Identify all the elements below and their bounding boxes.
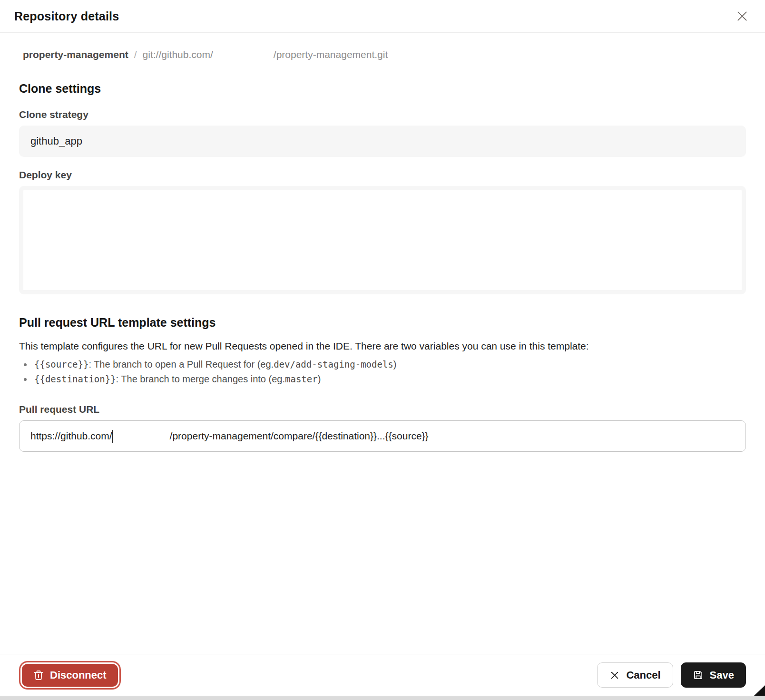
bullet-icon xyxy=(24,378,27,381)
disconnect-button[interactable]: Disconnect xyxy=(22,664,118,687)
modal-body: property-management / git://github.com/ … xyxy=(0,33,765,654)
pull-request-url-label: Pull request URL xyxy=(19,403,746,416)
variable-example-code: dev/add-staging-models xyxy=(274,357,393,372)
modal-title: Repository details xyxy=(14,10,119,23)
variable-code: {{destination}} xyxy=(34,372,116,387)
pull-request-url-input[interactable]: https://github.com//property-management/… xyxy=(19,420,746,452)
save-icon xyxy=(693,670,704,681)
variable-text: : The branch to open a Pull Request for … xyxy=(88,357,274,372)
pr-template-heading: Pull request URL template settings xyxy=(19,314,746,331)
save-label: Save xyxy=(710,669,734,681)
variable-text-end: ) xyxy=(318,372,321,387)
disconnect-label: Disconnect xyxy=(50,669,107,681)
breadcrumb-url-prefix: git://github.com/ xyxy=(143,49,213,60)
cancel-button[interactable]: Cancel xyxy=(597,662,673,688)
clone-settings-heading: Clone settings xyxy=(19,80,746,97)
deploy-key-label: Deploy key xyxy=(19,168,746,182)
url-value-prefix: https://github.com/ xyxy=(30,430,112,442)
text-cursor xyxy=(112,430,113,443)
list-item: {{destination}}: The branch to merge cha… xyxy=(19,372,746,387)
list-item: {{source}}: The branch to open a Pull Re… xyxy=(19,357,746,372)
page-bottom-edge xyxy=(0,696,765,700)
breadcrumb-url-suffix: /property-management.git xyxy=(274,49,388,60)
modal-footer: Disconnect Cancel Save xyxy=(0,654,765,696)
deploy-key-textarea[interactable] xyxy=(19,186,746,294)
mouse-cursor xyxy=(754,685,765,696)
trash-icon xyxy=(33,670,44,681)
pr-template-variables-list: {{source}}: The branch to open a Pull Re… xyxy=(19,357,746,387)
variable-example-code: master xyxy=(285,372,318,387)
clone-strategy-label: Clone strategy xyxy=(19,108,746,121)
clone-strategy-field[interactable]: github_app xyxy=(19,126,746,157)
breadcrumb-repo-name: property-management xyxy=(23,49,128,60)
url-value-suffix: /property-management/compare/{{destinati… xyxy=(170,430,429,442)
pr-template-description: This template configures the URL for new… xyxy=(19,339,746,353)
breadcrumb-separator: / xyxy=(128,49,143,60)
close-icon xyxy=(736,10,748,22)
clone-strategy-value: github_app xyxy=(30,135,82,147)
save-button[interactable]: Save xyxy=(681,662,746,688)
close-button[interactable] xyxy=(734,8,751,25)
variable-text-end: ) xyxy=(393,357,397,372)
modal-header: Repository details xyxy=(0,0,765,33)
cancel-label: Cancel xyxy=(626,669,660,681)
close-icon xyxy=(609,670,620,681)
bullet-icon xyxy=(24,363,27,366)
variable-text: : The branch to merge changes into (eg. xyxy=(116,372,285,387)
variable-code: {{source}} xyxy=(34,357,88,372)
footer-actions: Cancel Save xyxy=(597,662,746,688)
breadcrumb: property-management / git://github.com/ … xyxy=(19,49,746,60)
